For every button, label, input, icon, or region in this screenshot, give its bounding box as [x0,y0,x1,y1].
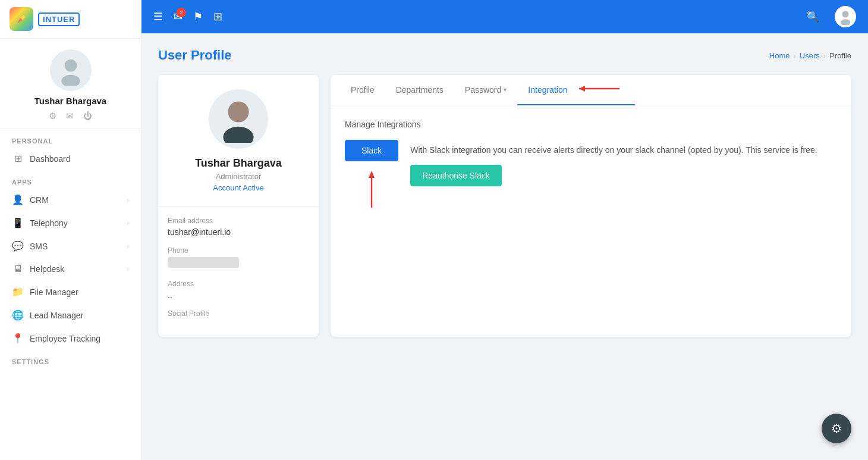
profile-card: Tushar Bhargava Administrator Account Ac… [158,75,319,337]
sidebar-item-label: Lead Manager [30,311,129,320]
sidebar-logo: INTUER [0,0,141,39]
phone-field-group: Phone [168,246,309,270]
sidebar-item-dashboard[interactable]: ⊞ Dashboard [0,147,141,170]
sidebar-item-telephony[interactable]: 📱 Telephony › [0,211,141,234]
tab-integration[interactable]: Integration [517,75,635,105]
svg-marker-8 [579,86,585,92]
svg-point-5 [228,101,249,122]
phone-label: Phone [168,246,309,255]
breadcrumb: Home › Users › Profile [769,51,851,60]
sidebar-actions: ⚙ ✉ ⏻ [49,111,92,121]
sidebar-item-label: Dashboard [30,154,129,164]
sidebar-item-label: CRM [30,195,121,205]
dashboard-icon: ⊞ [12,153,24,164]
red-arrow-up [366,168,377,210]
mail-badge: 2 [177,8,186,17]
social-field-group: Social Profile [168,309,309,318]
sidebar-nav: PERSONAL ⊞ Dashboard APPS 👤 CRM › 📱 Tele… [0,129,141,368]
password-dropdown-arrow: ▾ [504,86,507,93]
arrow-up-container [345,166,398,210]
svg-point-2 [61,75,80,86]
sidebar-item-label: File Manager [30,287,129,297]
brand-rest: NTUER [46,15,76,24]
svg-point-4 [841,19,851,25]
sms-icon: 💬 [12,240,24,252]
main-area: ☰ ✉ 2 ⚑ ⊞ 🔍 User Profile Home › Users › … [141,0,868,460]
breadcrumb-sep1: › [794,51,796,60]
fab-gear-button[interactable]: ⚙ [822,414,851,443]
sidebar-username: Tushar Bhargava [34,96,106,106]
sidebar-item-label: Helpdesk [30,264,121,274]
page-title: User Profile [158,48,232,63]
sidebar-item-lead-manager[interactable]: 🌐 Lead Manager [0,303,141,327]
profile-avatar [209,89,268,149]
avatar [50,49,92,91]
mail-icon[interactable]: ✉ [66,111,74,121]
svg-marker-10 [369,171,375,178]
breadcrumb-home[interactable]: Home [769,51,790,60]
profile-role: Administrator [216,172,262,181]
crm-icon: 👤 [12,194,24,205]
tabs-panel: Profile Departments Password ▾ Integrati… [331,75,851,337]
reauthorise-slack-button[interactable]: Reauthorise Slack [410,165,502,186]
address-value: .. [168,290,309,300]
sidebar-item-file-manager[interactable]: 📁 File Manager [0,280,141,303]
arrow-icon: › [127,219,129,227]
hamburger-icon[interactable]: ☰ [153,10,163,23]
breadcrumb-current: Profile [829,51,851,60]
slack-description-text: With Slack integration you can receive a… [410,143,837,157]
content-body: Tushar Bhargava Administrator Account Ac… [158,75,851,337]
tab-profile[interactable]: Profile [340,75,385,105]
phone-redacted [168,257,239,268]
profile-card-body: Email address tushar@intueri.io Phone Ad… [158,207,319,337]
sidebar-item-helpdesk[interactable]: 🖥 Helpdesk › [0,258,141,280]
slack-button[interactable]: Slack [345,140,398,161]
flag-icon[interactable]: ⚑ [193,10,203,23]
svg-point-6 [223,127,253,143]
section-apps: APPS [0,170,141,188]
mail-nav-icon[interactable]: ✉ 2 [174,10,183,23]
tab-password-label: Password [465,85,501,95]
tab-departments-label: Departments [396,85,444,95]
sidebar-item-sms[interactable]: 💬 SMS › [0,234,141,258]
brand-name: INTUER [38,12,80,26]
sidebar-item-label: Telephony [30,218,121,228]
tabs-content: Manage Integrations Slack [331,105,851,224]
sidebar-item-label: SMS [30,242,121,251]
integration-buttons: Slack [345,140,398,210]
topnav: ☰ ✉ 2 ⚑ ⊞ 🔍 [141,0,868,33]
tab-profile-label: Profile [351,85,375,95]
tab-integration-label: Integration [528,85,567,95]
email-value: tushar@intueri.io [168,227,309,237]
profile-status: Account Active [213,183,263,192]
sidebar: INTUER Tushar Bhargava ⚙ ✉ ⏻ PERSONAL ⊞ … [0,0,141,460]
power-icon[interactable]: ⏻ [83,111,92,121]
address-field-group: Address .. [168,280,309,300]
search-icon[interactable]: 🔍 [806,10,819,23]
manage-integrations-label: Manage Integrations [345,120,837,129]
sidebar-item-crm[interactable]: 👤 CRM › [0,188,141,211]
social-label: Social Profile [168,309,309,318]
content-area: User Profile Home › Users › Profile [141,33,868,460]
tab-password[interactable]: Password ▾ [454,75,517,105]
integrations-row: Slack With Slack integration you can rec… [345,140,837,210]
lead-manager-icon: 🌐 [12,309,24,321]
content-header: User Profile Home › Users › Profile [158,48,851,63]
grid-icon[interactable]: ⊞ [213,10,222,23]
settings-icon[interactable]: ⚙ [49,111,56,121]
sidebar-item-label: Employee Tracking [30,334,129,343]
sidebar-user-section: Tushar Bhargava ⚙ ✉ ⏻ [0,39,141,129]
email-label: Email address [168,217,309,225]
employee-tracking-icon: 📍 [12,333,24,344]
sidebar-item-employee-tracking[interactable]: 📍 Employee Tracking [0,327,141,350]
arrow-icon: › [127,196,129,204]
email-field-group: Email address tushar@intueri.io [168,217,309,237]
tab-departments[interactable]: Departments [385,75,454,105]
breadcrumb-sep2: › [823,51,826,60]
svg-point-3 [842,11,848,17]
address-label: Address [168,280,309,288]
breadcrumb-users[interactable]: Users [800,51,820,60]
topnav-avatar[interactable] [835,6,856,27]
svg-point-1 [64,60,77,72]
integration-description: With Slack integration you can receive a… [410,140,837,186]
